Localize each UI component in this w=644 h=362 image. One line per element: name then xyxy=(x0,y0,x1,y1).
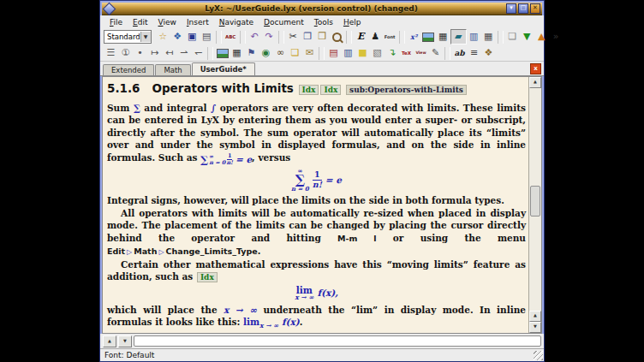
indent-less-icon[interactable]: ↤ xyxy=(162,46,176,60)
paragraph-style-value: Standard xyxy=(104,33,140,41)
insert-url-icon[interactable]: ◉ xyxy=(259,46,273,60)
menu-document[interactable]: Document xyxy=(259,18,308,27)
scroll-up-icon[interactable]: ▲ xyxy=(529,77,541,88)
tabular-inset-icon[interactable]: ▦ xyxy=(481,30,496,44)
document-canvas[interactable]: 5.1.6Operators with Limits IdxIdx sub:Op… xyxy=(103,77,528,333)
menu-help[interactable]: Help xyxy=(339,18,366,27)
insert-label-icon[interactable]: ⚑ xyxy=(244,46,259,60)
noun-icon[interactable]: ♟ xyxy=(368,30,383,44)
menu-navigate[interactable]: Navigate xyxy=(215,18,258,27)
insert-table-icon[interactable]: ▦ xyxy=(436,30,450,44)
binoculars-icon[interactable]: ∞ xyxy=(273,46,288,60)
paste-icon[interactable]: ❒ xyxy=(315,30,330,44)
view-dvi-icon[interactable]: View xyxy=(414,46,428,60)
tab-extended[interactable]: Extended xyxy=(103,64,154,75)
close-buffer-icon[interactable]: x xyxy=(530,63,541,74)
paragraph: which will place the x → ∞ underneath th… xyxy=(107,304,526,333)
toolbar-overflow-icon[interactable]: » xyxy=(549,30,564,44)
new-document-icon[interactable]: ☆ xyxy=(156,30,170,44)
display-formula-sum[interactable]: ∞∑n = 0 1n! = e xyxy=(107,168,526,192)
function-fx: f(x) xyxy=(282,317,300,327)
scroll-down-icon[interactable]: ▼ xyxy=(529,322,541,333)
nav-down-icon[interactable]: ▼ xyxy=(520,30,534,44)
maximize-button[interactable]: □ xyxy=(518,3,528,14)
cut-icon[interactable]: ✂ xyxy=(286,30,301,44)
chevron-down-icon[interactable]: ▼ xyxy=(140,32,151,42)
minibuffer-input[interactable] xyxy=(134,335,541,347)
document-view: 5.1.6Operators with Limits IdxIdx sub:Op… xyxy=(102,76,542,334)
resize-grip[interactable] xyxy=(534,351,543,360)
spellcheck-icon[interactable]: ABC xyxy=(224,30,238,44)
include-file-icon[interactable]: ↴ xyxy=(385,46,399,60)
scrollbar-track[interactable] xyxy=(529,88,541,311)
new-window-icon[interactable]: ❏ xyxy=(505,30,520,44)
depth-less-icon[interactable]: ↽ xyxy=(191,46,206,60)
text-style-icon[interactable]: ab xyxy=(452,46,467,60)
print-document-icon[interactable]: ▤ xyxy=(200,30,214,44)
font-dialog-icon[interactable]: Font xyxy=(383,30,397,44)
ert-inset-icon[interactable]: ▧ xyxy=(370,46,385,60)
label-inset[interactable]: sub:Operators-with-Limits xyxy=(346,85,467,95)
paragraph-settings-icon[interactable]: ≡ xyxy=(467,46,481,60)
align-justify-icon[interactable]: ☰ xyxy=(104,46,118,60)
section-title: Operators with Limits xyxy=(152,81,293,95)
inline-math-sum-formula[interactable]: ∑∞n = 01n!= e xyxy=(200,153,252,166)
bullet-list-icon[interactable]: • xyxy=(133,46,147,60)
tex-mode-icon[interactable]: TeX xyxy=(399,46,414,60)
inline-math-x-to-infinity[interactable]: x → ∞ xyxy=(224,305,257,315)
insert-graphics-icon[interactable] xyxy=(421,30,436,44)
insert-table2-icon[interactable]: ▦ xyxy=(230,46,244,60)
numbered-list-icon[interactable]: ① xyxy=(118,46,133,60)
open-document-icon[interactable]: ❖ xyxy=(170,30,185,44)
mail-icon[interactable]: ✉ xyxy=(302,46,317,60)
menu-edit[interactable]: Edit xyxy=(128,18,152,27)
emphasis-icon[interactable]: E xyxy=(354,30,368,44)
inline-math-lim[interactable]: limx → ∞ f(x) xyxy=(243,317,300,327)
nav-up-icon[interactable]: ▲ xyxy=(534,30,549,44)
history-up-icon[interactable]: ▲ xyxy=(103,335,116,347)
menu-insert[interactable]: Insert xyxy=(182,18,213,27)
vertical-scrollbar[interactable]: ▲ ▲ ▼ xyxy=(528,77,541,333)
undo-icon[interactable]: ↶ xyxy=(247,30,262,44)
margin-note-icon[interactable]: ▥ xyxy=(341,46,355,60)
depth-more-icon[interactable]: ⇀ xyxy=(176,46,191,60)
note-inset-icon[interactable]: ▤ xyxy=(326,46,341,60)
folder-icon[interactable]: ❏ xyxy=(288,46,302,60)
thesaurus-icon[interactable]: ❖ xyxy=(481,46,496,60)
index-inset[interactable]: Idx xyxy=(299,85,319,95)
redo-icon[interactable]: ↷ xyxy=(262,30,277,44)
lyx-note-icon[interactable]: ■ xyxy=(355,46,370,60)
body-text: which will place the xyxy=(107,305,224,315)
display-formula-lim[interactable]: limx → ∞ f(x), xyxy=(107,286,526,301)
insert-graphics2-icon[interactable] xyxy=(215,46,230,60)
tab-userguide[interactable]: UserGuide* xyxy=(192,62,255,75)
paragraph-style-selector[interactable]: Standard ▼ xyxy=(104,30,152,44)
minimize-button[interactable]: ▾ xyxy=(506,3,516,14)
tab-math[interactable]: Math xyxy=(155,64,190,75)
save-document-icon[interactable]: ▣ xyxy=(185,30,200,44)
toc-book-icon[interactable]: ▰ xyxy=(450,29,467,45)
menu-tools[interactable]: Tools xyxy=(310,18,337,27)
lim-subscript: x → ∞ xyxy=(295,294,313,301)
close-button[interactable]: ✕ xyxy=(530,3,540,14)
index-inset[interactable]: Idx xyxy=(197,272,218,282)
menu-path-math: Math xyxy=(134,246,157,256)
scroll-up-icon[interactable]: ▲ xyxy=(529,311,541,322)
history-down-icon[interactable]: ▼ xyxy=(118,335,132,347)
math-mode-icon[interactable]: x² xyxy=(407,30,421,44)
index-inset[interactable]: Idx xyxy=(320,85,341,95)
paragraph: Integral signs, however, will place the … xyxy=(107,194,526,207)
find-replace-icon[interactable] xyxy=(330,30,344,44)
indent-more-icon[interactable]: ↦ xyxy=(147,46,162,60)
copy-icon[interactable]: ❐ xyxy=(301,30,315,44)
edit-pencil-icon[interactable]: ✎ xyxy=(428,46,443,60)
menu-view[interactable]: View xyxy=(154,18,181,27)
body-text: . xyxy=(258,246,261,256)
float-inset-icon[interactable]: ▥ xyxy=(467,30,481,44)
menu-file[interactable]: File xyxy=(105,18,127,27)
scrollbar-thumb[interactable] xyxy=(530,186,540,217)
body-text: Integral signs, however, will place the … xyxy=(107,195,504,205)
inline-math-sum-symbol[interactable]: ∑ xyxy=(134,103,140,113)
menu-path-edit: Edit xyxy=(107,246,125,256)
titlebar[interactable]: LyX: ~/UserGuide.lyx (version control) (… xyxy=(102,3,542,15)
